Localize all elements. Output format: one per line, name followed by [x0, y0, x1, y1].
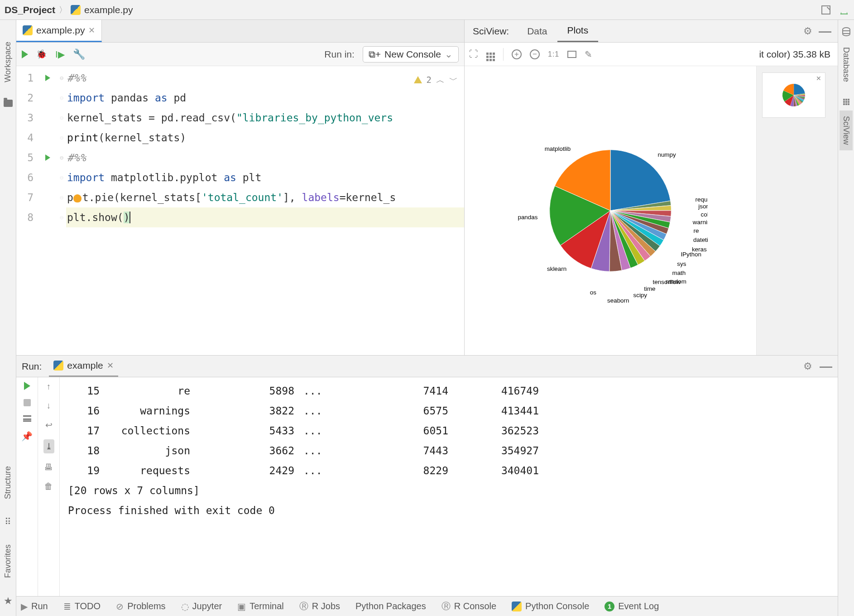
- down-arrow-icon[interactable]: ↓: [47, 401, 51, 411]
- editor-tabstrip: example.py ✕: [16, 20, 464, 43]
- breadcrumb-project[interactable]: DS_Project: [5, 5, 55, 15]
- run-console-output[interactable]: 15re5898...741441674916warnings3822...65…: [60, 377, 838, 596]
- run-below-icon[interactable]: I▶: [55, 49, 65, 60]
- statusbar-r-console[interactable]: ⓇR Console: [441, 600, 496, 612]
- project-folder-icon[interactable]: [4, 100, 13, 107]
- editor-toolbar: 🐞 I▶ 🔧 Run in: ⧉+ New Console ⌄: [16, 43, 464, 66]
- run-actions-left: 📌: [16, 377, 38, 596]
- breadcrumb[interactable]: DS_Project 〉 example.py: [5, 5, 133, 15]
- sciview-tool-button[interactable]: SciView: [840, 111, 853, 150]
- up-arrow-icon[interactable]: ↑: [47, 382, 51, 392]
- breadcrumb-file[interactable]: example.py: [84, 5, 133, 15]
- svg-text:json: json: [698, 203, 708, 210]
- soft-wrap-icon[interactable]: ↩: [45, 420, 53, 430]
- python-file-icon: [23, 25, 33, 35]
- run-settings-icon[interactable]: ⚙: [803, 361, 812, 372]
- sciview-title: SciView:: [465, 26, 517, 37]
- python-file-icon: [53, 361, 63, 371]
- statusbar-run[interactable]: ▶Run: [21, 601, 48, 612]
- svg-text:re: re: [694, 227, 699, 234]
- statusbar-python-console[interactable]: Python Console: [512, 601, 589, 611]
- svg-text:pandas: pandas: [518, 214, 537, 221]
- runin-selector[interactable]: ⧉+ New Console ⌄: [363, 46, 459, 63]
- debug-cell-icon[interactable]: 🐞: [36, 49, 47, 60]
- rerun-icon[interactable]: [24, 382, 30, 390]
- sciview-hide-icon[interactable]: —: [812, 24, 838, 38]
- status-bar: ▶Run≣TODO⊘Problems◌Jupyter▣TerminalⓇR Jo…: [16, 596, 838, 616]
- statusbar-terminal[interactable]: ▣Terminal: [237, 601, 284, 612]
- close-thumbnail-icon[interactable]: ✕: [816, 75, 821, 82]
- close-run-tab-icon[interactable]: ✕: [107, 361, 114, 371]
- run-window-tab[interactable]: example ✕: [49, 356, 118, 377]
- sciview-toolbar: ⛶ + − 1:1 ✎ it color) 35.38 kB: [465, 43, 838, 66]
- trash-icon[interactable]: 🗑: [44, 481, 53, 491]
- warning-count: 2: [427, 70, 432, 90]
- code-editor[interactable]: 2 ︿ ﹀ 12345678 ⊖⊖⊖⊖⊖⊖⊖⊖ #%%import pandas…: [16, 66, 464, 355]
- run-hide-icon[interactable]: —: [820, 359, 832, 374]
- new-console-icon: ⧉+: [369, 49, 381, 60]
- plot-viewer[interactable]: numpyrequestsjsoncollectionswarningsreda…: [465, 66, 756, 355]
- sciview-grid-icon[interactable]: [843, 93, 849, 105]
- close-tab-icon[interactable]: ✕: [88, 25, 95, 35]
- plot-thumbnail[interactable]: ✕: [762, 72, 825, 118]
- plot-info-text: it color) 35.38 kB: [759, 49, 833, 60]
- svg-text:tensorflow: tensorflow: [653, 279, 681, 285]
- chevron-down-icon: ⌄: [445, 49, 453, 60]
- run-cell-icon[interactable]: [22, 50, 28, 58]
- sciview-tab-data[interactable]: Data: [517, 20, 557, 42]
- zoom-out-icon[interactable]: −: [530, 49, 540, 59]
- statusbar-jupyter[interactable]: ◌Jupyter: [181, 601, 222, 612]
- zoom-in-icon[interactable]: +: [512, 49, 522, 59]
- sciview-header: SciView: Data Plots ⚙ —: [465, 20, 838, 43]
- workspace-tool-button[interactable]: Workspace: [3, 38, 13, 86]
- svg-text:time: time: [644, 285, 655, 292]
- stop-icon[interactable]: [24, 399, 31, 406]
- star-icon: ★: [4, 595, 13, 607]
- editor-tab-example[interactable]: example.py ✕: [16, 20, 102, 42]
- structure-tool-button[interactable]: Structure: [3, 462, 13, 503]
- color-picker-icon[interactable]: ✎: [585, 49, 592, 60]
- statusbar-todo[interactable]: ≣TODO: [63, 601, 101, 612]
- inspection-widget[interactable]: 2 ︿ ﹀: [414, 70, 458, 90]
- layout-icon[interactable]: [23, 415, 31, 422]
- grid-icon[interactable]: [486, 47, 495, 61]
- statusbar-r-jobs[interactable]: ⓇR Jobs: [299, 600, 340, 612]
- actual-size-icon[interactable]: 1:1: [548, 50, 559, 58]
- statusbar-problems[interactable]: ⊘Problems: [116, 601, 165, 612]
- export-icon[interactable]: [567, 51, 576, 58]
- run-window-label: Run:: [22, 361, 42, 372]
- run-window-tab-label: example: [67, 360, 103, 371]
- run-actions-left2: ↑ ↓ ↩ ⤓ 🖶 🗑: [38, 377, 60, 596]
- favorites-tool-button[interactable]: Favorites: [3, 541, 13, 582]
- sciview-settings-icon[interactable]: ⚙: [803, 25, 812, 37]
- prev-highlight-icon[interactable]: ︿: [436, 70, 445, 90]
- svg-text:scipy: scipy: [633, 292, 647, 298]
- flask-icon[interactable]: [839, 5, 849, 15]
- statusbar-python-packages[interactable]: Python Packages: [355, 601, 426, 611]
- run-tool-window: Run: example ✕ ⚙ — 📌: [16, 355, 838, 596]
- scratch-file-icon[interactable]: [820, 5, 831, 15]
- run-window-header: Run: example ✕ ⚙ —: [16, 356, 838, 377]
- svg-text:warnings: warnings: [692, 219, 708, 226]
- scroll-to-end-icon[interactable]: ⤓: [43, 439, 54, 453]
- statusbar-event-log[interactable]: 1Event Log: [605, 601, 659, 611]
- database-icon[interactable]: [842, 27, 850, 36]
- svg-text:IPython: IPython: [681, 251, 701, 258]
- warning-icon: [414, 76, 422, 83]
- next-highlight-icon[interactable]: ﹀: [449, 70, 458, 90]
- sciview-tab-plots[interactable]: Plots: [557, 20, 599, 42]
- editor-tab-label: example.py: [36, 25, 85, 36]
- svg-text:collections: collections: [701, 211, 708, 218]
- right-tool-rail: Database SciView: [838, 20, 854, 616]
- editor-pane: example.py ✕ 🐞 I▶ 🔧 Run in: ⧉+ Ne: [16, 20, 465, 355]
- svg-text:seaborn: seaborn: [607, 297, 629, 304]
- settings-wrench-icon[interactable]: 🔧: [73, 48, 85, 60]
- svg-text:os: os: [590, 289, 596, 296]
- breadcrumb-separator: 〉: [59, 5, 67, 15]
- database-tool-button[interactable]: Database: [840, 42, 853, 87]
- pin-icon[interactable]: 📌: [21, 431, 33, 442]
- fit-icon[interactable]: ⛶: [469, 49, 478, 59]
- print-icon[interactable]: 🖶: [44, 462, 53, 472]
- svg-text:numpy: numpy: [657, 151, 676, 158]
- svg-text:sys: sys: [677, 260, 686, 267]
